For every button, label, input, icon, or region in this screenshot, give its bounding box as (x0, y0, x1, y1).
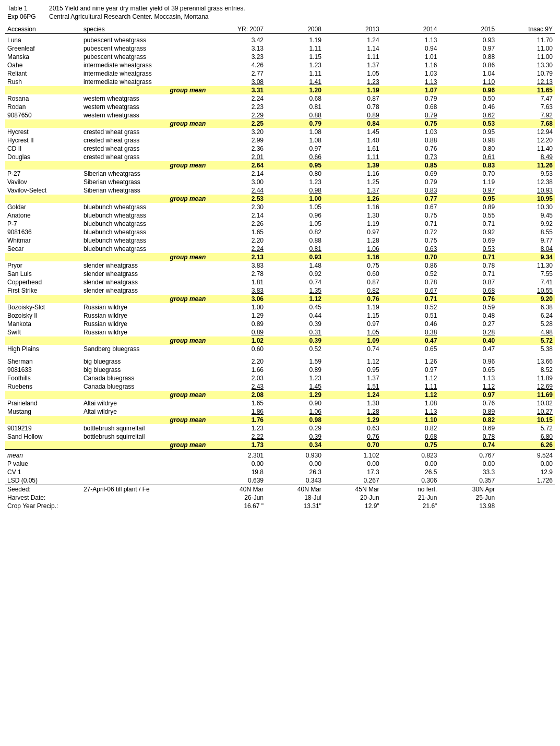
cell-2008: 0.39 (266, 432, 324, 441)
cell-accession: Luna (5, 36, 81, 44)
cell-accession: Secar (5, 245, 81, 253)
cell-2014: 0.52 (382, 270, 439, 278)
gm-2014: 1.12 (382, 391, 439, 399)
cell-2013: 0.87 (324, 278, 382, 286)
cell-yr: 1.66 (208, 366, 266, 374)
cell-2013: 0.78 (324, 103, 382, 111)
cell-2014: 0.69 (382, 170, 439, 178)
cell-yr: 1.00 (208, 303, 266, 311)
cell-yr: 2.24 (208, 94, 266, 103)
cell-accession: Copperhead (5, 278, 81, 286)
table-row: 9019219 bottlebrush squirreltail 1.23 0.… (5, 424, 555, 432)
cell-2008: 0.44 (266, 311, 324, 320)
cell-2013: 1.30 (324, 211, 382, 220)
gm-2015: 0.53 (439, 119, 497, 128)
cell-species: bottlebrush squirreltail (81, 424, 208, 432)
table-row: Mankota Russian wildrye 0.89 0.39 0.97 0… (5, 320, 555, 328)
cell-accession: 9019219 (5, 424, 81, 432)
cell-yr: 3.00 (208, 178, 266, 186)
table-row: Hycrest crested wheat grass 3.20 1.08 1.… (5, 128, 555, 136)
cell-tnsac: 7.41 (497, 278, 555, 286)
cell-2008: 0.80 (266, 170, 324, 178)
cell-2008: 1.23 (266, 61, 324, 69)
gm-yr: 2.53 (208, 195, 266, 203)
cell-accession: 9087650 (5, 111, 81, 119)
harvest-row: Harvest Date: 26-Jun 18-Jul 20-Jun 21-Ju… (5, 494, 555, 502)
precip-2013: 12.9" (324, 502, 382, 510)
cell-accession: 9081636 (5, 228, 81, 236)
cell-2013: 1.23 (324, 78, 382, 86)
cell-tnsac: 8.55 (497, 228, 555, 236)
cell-2008: 1.08 (266, 136, 324, 145)
header-2013: 2013 (324, 25, 382, 34)
row-spacer (5, 353, 555, 357)
cell-2013: 0.97 (324, 320, 382, 328)
cell-yr: 1.65 (208, 228, 266, 236)
cell-yr: 1.29 (208, 311, 266, 320)
cell-2014: 0.68 (382, 432, 439, 441)
table-row: San Luis slender wheatgrass 2.78 0.92 0.… (5, 270, 555, 278)
gm-2015: 0.82 (439, 416, 497, 424)
cell-2014: 1.13 (382, 407, 439, 416)
cell-species: Siberian wheatgrass (81, 178, 208, 186)
table-row: P-27 Siberian wheatgrass 2.14 0.80 1.16 … (5, 170, 555, 178)
cell-2014: 1.16 (382, 61, 439, 69)
cell-2013: 1.40 (324, 136, 382, 145)
cell-2013: 1.37 (324, 61, 382, 69)
cell-yr: 4.26 (208, 61, 266, 69)
cell-tnsac: 7.63 (497, 103, 555, 111)
gm-yr: 2.13 (208, 253, 266, 261)
gm-yr: 1.02 (208, 336, 266, 345)
cell-species: Altai wildrye (81, 399, 208, 407)
mean-row: mean 2.301 0.930 1.102 0.823 0.767 9.524 (5, 451, 555, 460)
cell-2015: 0.92 (439, 228, 497, 236)
group-mean-label: group mean (5, 253, 208, 261)
pvalue-2013: 0.00 (324, 460, 382, 468)
cell-2013: 1.16 (324, 203, 382, 211)
cell-2008: 0.88 (266, 111, 324, 119)
cell-tnsac: 5.38 (497, 345, 555, 353)
precip-label: Crop Year Precip.: (5, 502, 81, 510)
group-mean-row: group mean 2.64 0.95 1.39 0.85 0.83 11.2… (5, 161, 555, 170)
cell-2015: 0.93 (439, 36, 497, 44)
cell-2014: 0.46 (382, 320, 439, 328)
harvest-2014: 21-Jun (382, 494, 439, 502)
cell-yr: 2.14 (208, 211, 266, 220)
table-row: Mustang Altai wildrye 1.86 1.06 1.28 1.1… (5, 407, 555, 416)
cell-2008: 1.35 (266, 286, 324, 295)
cell-species: slender wheatgrass (81, 278, 208, 286)
cell-tnsac: 13.66 (497, 357, 555, 366)
gm-2008: 0.79 (266, 119, 324, 128)
cv1-2013: 17.3 (324, 468, 382, 476)
cell-2015: 1.12 (439, 382, 497, 391)
cell-accession: Manska (5, 53, 81, 61)
cell-2008: 0.92 (266, 270, 324, 278)
cell-2014: 1.03 (382, 69, 439, 78)
cell-species: Canada bluegrass (81, 382, 208, 391)
cell-tnsac: 10.93 (497, 186, 555, 195)
cell-species: Russian wildrye (81, 328, 208, 336)
cell-2014: 0.51 (382, 311, 439, 320)
cell-accession: P-27 (5, 170, 81, 178)
cell-2015: 1.13 (439, 374, 497, 382)
cell-2013: 0.60 (324, 270, 382, 278)
group-mean-row: group mean 2.53 1.00 1.26 0.77 0.95 10.9… (5, 195, 555, 203)
cell-2008: 0.66 (266, 153, 324, 161)
cell-accession: Reliant (5, 69, 81, 78)
table-row: Greenleaf pubescent wheatgrass 3.13 1.11… (5, 44, 555, 53)
table-row: Foothills Canada bluegrass 2.03 1.23 1.3… (5, 374, 555, 382)
cell-yr: 2.22 (208, 432, 266, 441)
cell-2015: 0.88 (439, 53, 497, 61)
gm-2013: 0.70 (324, 441, 382, 450)
cell-yr: 2.14 (208, 170, 266, 178)
precip-2015: 13.98 (439, 502, 497, 510)
table-row: Goldar bluebunch wheatgrass 2.30 1.05 1.… (5, 203, 555, 211)
seeded-date: 27-April-06 till plant / Fe (81, 485, 208, 494)
exp-label: Exp 06PG (5, 13, 47, 21)
gm-tnsac: 11.26 (497, 161, 555, 170)
cell-tnsac: 9.45 (497, 211, 555, 220)
table-row: Manska pubescent wheatgrass 3.23 1.15 1.… (5, 53, 555, 61)
gm-yr: 1.73 (208, 441, 266, 450)
cell-2013: 0.87 (324, 94, 382, 103)
gm-tnsac: 5.72 (497, 336, 555, 345)
